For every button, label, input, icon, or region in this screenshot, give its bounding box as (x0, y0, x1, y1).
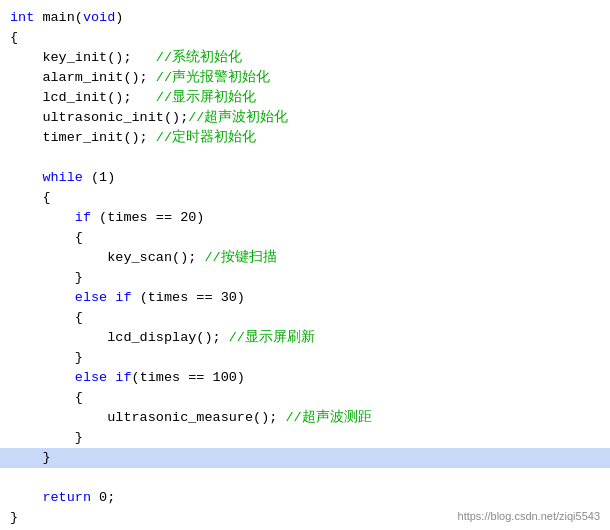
code-line-15: else if (times == 30) (0, 288, 610, 308)
code-line-21: ultrasonic_measure(); //超声波测距 (0, 408, 610, 428)
code-line-4: alarm_init(); //声光报警初始化 (0, 68, 610, 88)
watermark: https://blog.csdn.net/ziqi5543 (458, 510, 600, 522)
code-line-19: else if(times == 100) (0, 368, 610, 388)
code-line-5: lcd_init(); //显示屏初始化 (0, 88, 610, 108)
token-keyword: void (83, 8, 115, 28)
code-line-14: } (0, 268, 610, 288)
code-line-1: int main(void) (0, 8, 610, 28)
code-line-12: { (0, 228, 610, 248)
token-while: while (42, 168, 83, 188)
code-line-8 (0, 148, 610, 168)
code-line-16: { (0, 308, 610, 328)
code-container: int main(void) { key_init(); //系统初始化 ala… (0, 0, 610, 530)
code-line-3: key_init(); //系统初始化 (0, 48, 610, 68)
code-line-22: } (0, 428, 610, 448)
code-line-18: } (0, 348, 610, 368)
code-line-2: { (0, 28, 610, 48)
code-block: int main(void) { key_init(); //系统初始化 ala… (0, 8, 610, 528)
token-keyword: int (10, 8, 34, 28)
code-line-7: timer_init(); //定时器初始化 (0, 128, 610, 148)
code-line-25: return 0; (0, 488, 610, 508)
code-line-24 (0, 468, 610, 488)
code-line-10: { (0, 188, 610, 208)
code-line-20: { (0, 388, 610, 408)
code-line-13: key_scan(); //按键扫描 (0, 248, 610, 268)
code-line-23: } (0, 448, 610, 468)
code-line-9: while (1) (0, 168, 610, 188)
code-line-6: ultrasonic_init();//超声波初始化 (0, 108, 610, 128)
code-line-11: if (times == 20) (0, 208, 610, 228)
code-line-17: lcd_display(); //显示屏刷新 (0, 328, 610, 348)
